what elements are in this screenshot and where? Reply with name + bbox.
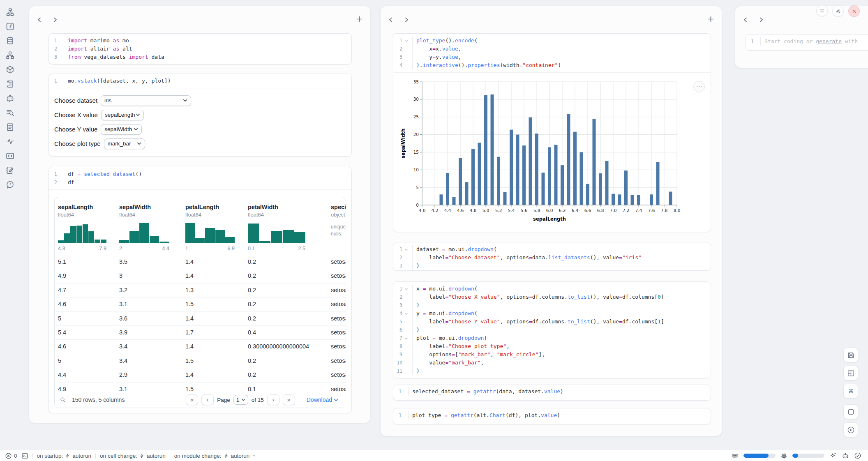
code-line[interactable]: plot = mo.ui.dropdown( bbox=[412, 334, 711, 342]
code-line[interactable]: import marimo as mo bbox=[64, 37, 351, 45]
page-select[interactable]: 1 bbox=[233, 395, 248, 405]
code-line[interactable]: x = mo.ui.dropdown( bbox=[412, 285, 711, 293]
code-line[interactable]: label="Choose dataset", options=data.lis… bbox=[412, 254, 711, 262]
terminal-button[interactable] bbox=[21, 452, 28, 459]
chat-bot-button[interactable] bbox=[842, 452, 849, 459]
code-line[interactable]: plot_type().encode( bbox=[412, 37, 711, 45]
code-line[interactable]: ) bbox=[412, 301, 711, 309]
keyboard-shortcuts-button[interactable]: ⌘ bbox=[843, 384, 858, 399]
table-row[interactable]: 4.63.11.50.2setosa bbox=[55, 297, 346, 311]
x-value-select[interactable]: sepalLength bbox=[101, 110, 144, 120]
code-line[interactable]: label="Choose Y value", options=df.colum… bbox=[412, 318, 711, 326]
column-scroll-left-button[interactable] bbox=[386, 14, 396, 25]
add-cell-button[interactable] bbox=[354, 14, 365, 24]
table-row[interactable]: 4.42.91.40.2setosa bbox=[55, 368, 346, 382]
code-cell-dataframe[interactable]: 1df = selected_dataset()2df sepalLengthf… bbox=[48, 167, 352, 413]
shutdown-button[interactable] bbox=[848, 5, 860, 17]
column-scroll-right-button[interactable] bbox=[50, 14, 60, 25]
column-scroll-right-button[interactable] bbox=[756, 14, 766, 25]
code-line[interactable]: ) bbox=[412, 367, 711, 375]
script-scroll-button[interactable] bbox=[2, 77, 18, 91]
column-histogram[interactable] bbox=[58, 222, 106, 243]
table-row[interactable]: 4.73.21.30.2setosa bbox=[55, 284, 346, 297]
connection-status-button[interactable] bbox=[854, 452, 861, 459]
on-module-change-mode[interactable]: on module change: autorun bbox=[174, 453, 257, 459]
next-page-button[interactable]: › bbox=[267, 394, 279, 405]
code-cell-xy-plot-dropdowns[interactable]: 1x = mo.ui.dropdown(2 label="Choose X va… bbox=[393, 281, 711, 378]
table-row[interactable]: 53.41.50.2setosa bbox=[55, 354, 346, 368]
add-cell-button[interactable] bbox=[705, 14, 716, 24]
code-cell-dataset-dropdown[interactable]: 1dataset = mo.ui.dropdown(2 label="Choos… bbox=[393, 242, 711, 271]
code-line[interactable]: df bbox=[64, 178, 351, 187]
package-button[interactable] bbox=[2, 62, 18, 76]
chat-bot-button[interactable] bbox=[2, 91, 18, 105]
column-header-species[interactable]: speciesobjectunique:nulls: bbox=[331, 197, 346, 237]
table-row[interactable]: 4.931.40.2setosa bbox=[55, 269, 346, 283]
fold-gutter[interactable] bbox=[402, 37, 410, 45]
table-row[interactable]: 53.61.40.2setosa bbox=[55, 312, 346, 326]
code-line[interactable]: value="mark_bar", bbox=[412, 359, 711, 367]
doc-search-button[interactable] bbox=[2, 106, 18, 120]
code-line[interactable]: x=x.value, bbox=[412, 45, 711, 53]
code-line[interactable]: plot_type = getattr(alt.Chart(df), plot.… bbox=[408, 411, 711, 420]
code-cell-selected-dataset[interactable]: 1selected_dataset = getattr(data, datase… bbox=[393, 385, 711, 401]
on-startup-mode[interactable]: on startup: autorun bbox=[37, 453, 92, 459]
code-cell-vstack[interactable]: 1mo.vstack([dataset, x, y, plot]) Choose… bbox=[48, 74, 352, 157]
column-header-sepalLength[interactable]: sepalLengthfloat644.37.9 bbox=[58, 197, 106, 251]
database-button[interactable] bbox=[2, 34, 18, 48]
chart-actions-button[interactable]: ⋯ bbox=[693, 81, 705, 92]
code-line[interactable]: ).interactive().properties(width="contai… bbox=[412, 61, 711, 69]
menu-button[interactable] bbox=[816, 5, 828, 16]
error-indicator[interactable]: 0 bbox=[5, 452, 17, 459]
code-line[interactable]: from vega_datasets import data bbox=[64, 53, 351, 61]
column-scroll-left-button[interactable] bbox=[34, 14, 45, 25]
column-histogram[interactable] bbox=[119, 222, 169, 243]
code-cell-imports[interactable]: 1import marimo as mo2import altair as al… bbox=[48, 33, 352, 65]
column-scroll-left-button[interactable] bbox=[740, 14, 751, 25]
code-line[interactable]: dataset = mo.ui.dropdown( bbox=[412, 245, 711, 254]
save-button[interactable] bbox=[843, 348, 858, 362]
download-button[interactable]: Download bbox=[304, 396, 341, 403]
fold-gutter[interactable] bbox=[402, 245, 410, 254]
run-all-button[interactable] bbox=[843, 422, 858, 437]
column-histogram[interactable] bbox=[185, 222, 235, 243]
dependency-graph-button[interactable] bbox=[2, 48, 18, 62]
code-cell-plot[interactable]: 1plot_type().encode(2 x=x.value,3 y=y.va… bbox=[393, 33, 711, 232]
code-line[interactable]: import altair as alt bbox=[64, 45, 351, 53]
scratchpad-button[interactable] bbox=[2, 163, 18, 177]
table-row[interactable]: 5.43.91.70.4setosa bbox=[55, 326, 346, 340]
layout-grid-button[interactable] bbox=[843, 366, 858, 380]
previous-page-button[interactable]: ‹ bbox=[201, 394, 214, 405]
first-page-button[interactable]: « bbox=[186, 394, 198, 405]
code-line[interactable]: y = mo.ui.dropdown( bbox=[412, 309, 711, 318]
table-row[interactable]: 4.63.41.40.30000000000000004setosa bbox=[55, 340, 346, 354]
fold-gutter[interactable] bbox=[402, 285, 410, 293]
code-line[interactable]: options=["mark_bar", "mark_circle"], bbox=[412, 350, 711, 359]
bar-chart[interactable]: 4.04.24.44.64.85.05.25.45.65.86.06.26.46… bbox=[399, 76, 692, 224]
file-tree-button[interactable] bbox=[2, 5, 18, 19]
help-button[interactable]: ? bbox=[2, 177, 18, 191]
fold-gutter[interactable] bbox=[402, 334, 410, 342]
last-page-button[interactable]: » bbox=[283, 394, 295, 405]
snippets-button[interactable] bbox=[2, 120, 18, 134]
notebook-settings-button[interactable] bbox=[832, 5, 844, 17]
code-line[interactable]: ) bbox=[412, 326, 711, 334]
column-header-petalWidth[interactable]: petalWidthfloat640.12.5 bbox=[248, 197, 305, 251]
code-line[interactable]: ) bbox=[412, 262, 711, 270]
dataset-select[interactable]: iris bbox=[101, 95, 191, 106]
fold-gutter[interactable] bbox=[402, 309, 410, 318]
minimal-mode-button[interactable] bbox=[843, 404, 858, 419]
ai-assist-button[interactable] bbox=[829, 452, 837, 459]
code-line[interactable]: label="Choose X value", options=df.colum… bbox=[412, 293, 711, 301]
tracing-button[interactable] bbox=[2, 134, 18, 148]
column-histogram[interactable] bbox=[248, 222, 305, 243]
column-scroll-right-button[interactable] bbox=[401, 14, 412, 25]
table-row[interactable]: 5.13.51.40.2setosa bbox=[55, 255, 346, 269]
y-value-select[interactable]: sepalWidth bbox=[101, 124, 142, 135]
function-square-button[interactable]: f bbox=[2, 19, 18, 33]
code-cell-plot-type[interactable]: 1plot_type = getattr(alt.Chart(df), plot… bbox=[393, 408, 711, 424]
empty-code-cell[interactable]: 1Start coding or generate with bbox=[745, 34, 868, 51]
column-header-sepalWidth[interactable]: sepalWidthfloat6424.4 bbox=[119, 197, 169, 251]
code-line[interactable]: selected_dataset = getattr(data, dataset… bbox=[408, 387, 711, 396]
code-line[interactable]: label="Choose plot type", bbox=[412, 342, 711, 350]
